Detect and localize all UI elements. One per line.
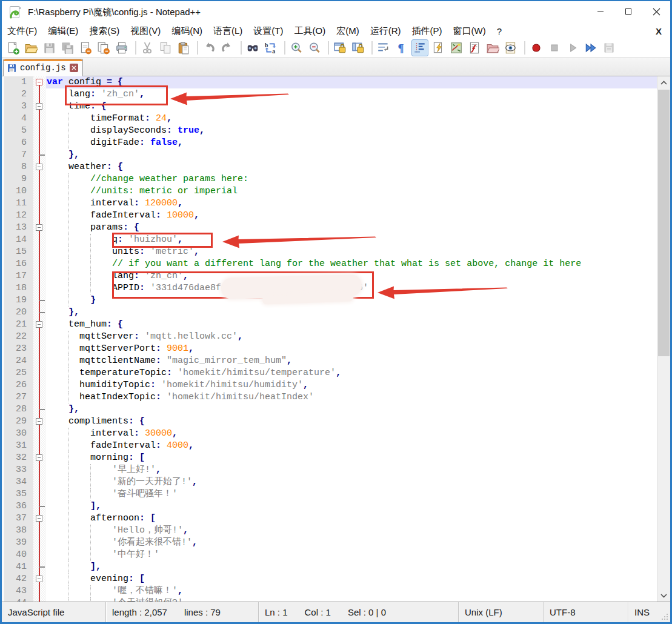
fold-collapse-box[interactable] (36, 103, 42, 110)
code-line-7: 7 }, (2, 149, 670, 161)
code-line-34: 34 '新的一天开始了!', (2, 476, 670, 488)
fold-marker-cell[interactable] (33, 573, 46, 585)
macro-play-button[interactable] (565, 40, 581, 56)
resize-grip[interactable] (660, 612, 669, 621)
scroll-up-arrow[interactable] (657, 76, 670, 88)
fold-marker-cell (33, 210, 46, 222)
show-all-chars-button[interactable]: ¶ (394, 40, 410, 56)
fold-marker-cell (33, 113, 46, 125)
fold-marker-cell[interactable] (33, 101, 46, 113)
menu-item-8[interactable]: 宏(M) (331, 24, 365, 39)
zoom-in-button[interactable] (288, 40, 304, 56)
vertical-scrollbar[interactable] (657, 76, 670, 602)
fold-collapse-box[interactable] (36, 418, 42, 425)
scrollbar-thumb[interactable] (658, 90, 670, 356)
fold-marker-cell[interactable] (33, 222, 46, 234)
monitoring-icon (504, 41, 517, 55)
cut-button[interactable] (139, 40, 155, 56)
minimize-button[interactable] (587, 1, 614, 22)
line-number: 7 (2, 149, 33, 161)
document-map-button[interactable] (448, 40, 464, 56)
menu-item-7[interactable]: 工具(O) (288, 24, 331, 39)
fold-collapse-box[interactable] (36, 576, 42, 582)
tab-config-js[interactable]: config.js (3, 59, 83, 76)
menubar-close-document-button[interactable]: X (652, 25, 665, 38)
scroll-down-arrow[interactable] (657, 589, 670, 602)
line-number: 18 (2, 282, 33, 294)
function-list-button[interactable] (467, 40, 482, 56)
code-line-10: 10 //units: metric or imperial (2, 185, 670, 197)
fold-marker-cell (33, 500, 46, 513)
menu-item-10[interactable]: 插件(P) (406, 24, 447, 39)
fold-marker-cell (33, 197, 46, 210)
macro-stop-button[interactable] (547, 40, 562, 56)
fold-marker-cell[interactable] (33, 416, 46, 428)
indent-guide-button[interactable] (412, 40, 428, 56)
tab-close-button[interactable] (70, 64, 78, 72)
notepadpp-app-icon (8, 5, 22, 19)
toolbar-separator (371, 41, 373, 55)
maximize-button[interactable] (614, 1, 642, 22)
monitoring-button[interactable] (503, 40, 519, 56)
menu-item-3[interactable]: 视图(V) (125, 24, 166, 39)
fold-collapse-box[interactable] (36, 515, 42, 522)
menu-item-4[interactable]: 编码(N) (166, 24, 208, 39)
close-all-button[interactable] (96, 40, 111, 56)
macro-run-multiple-button[interactable] (583, 40, 599, 56)
new-file-button[interactable] (5, 40, 21, 56)
open-button[interactable] (23, 40, 39, 56)
menu-item-6[interactable]: 设置(T) (248, 24, 288, 39)
zoom-out-button[interactable] (307, 40, 322, 56)
find-button[interactable] (245, 40, 261, 56)
close-button[interactable] (78, 40, 93, 56)
paste-button[interactable] (176, 40, 191, 56)
fold-marker-cell[interactable] (33, 452, 46, 464)
svg-text:¶: ¶ (398, 42, 404, 55)
menu-item-0[interactable]: 文件(F) (2, 24, 42, 39)
udl-dialog-button[interactable] (430, 40, 446, 56)
editor-area[interactable]: 1var config = {2 lang: 'zh_cn',3 time: {… (2, 76, 670, 602)
menu-item-11[interactable]: 窗口(W) (447, 24, 491, 39)
replace-button[interactable]: ba (263, 40, 279, 56)
fold-marker-cell (33, 173, 46, 185)
fold-marker-cell[interactable] (33, 76, 46, 88)
fold-collapse-box[interactable] (36, 224, 42, 231)
fold-marker-cell (33, 549, 46, 561)
print-button[interactable] (114, 40, 130, 56)
sync-horizontal-button[interactable] (350, 40, 366, 56)
redo-button[interactable] (219, 40, 235, 56)
code-text: '中午好！' (46, 549, 670, 561)
fold-collapse-box[interactable] (36, 79, 42, 85)
status-eol-format[interactable]: Unix (LF) (459, 602, 544, 622)
macro-save-button[interactable] (601, 40, 617, 56)
code-text: fadeInterval: 4000, (46, 440, 670, 452)
macro-record-button[interactable] (528, 40, 544, 56)
menu-item-1[interactable]: 编辑(E) (42, 24, 84, 39)
save-button[interactable] (41, 40, 57, 56)
line-number: 2 (2, 88, 33, 101)
menu-item-5[interactable]: 语言(L) (208, 24, 248, 39)
fold-collapse-box[interactable] (36, 321, 42, 328)
status-encoding[interactable]: UTF-8 (544, 602, 628, 622)
word-wrap-button[interactable] (376, 40, 391, 56)
code-line-24: 24 mqttclientName: "magic_mirror_tem_hum… (2, 355, 670, 367)
title-bar[interactable]: F:\Raspberry Pi\魔镜\config.js - Notepad++ (2, 1, 670, 23)
fold-marker-cell[interactable] (33, 319, 46, 331)
fold-marker-cell[interactable] (33, 513, 46, 525)
menu-item-9[interactable]: 运行(R) (365, 24, 407, 39)
fold-collapse-box[interactable] (36, 454, 42, 461)
sync-vertical-button[interactable] (332, 40, 348, 56)
folder-workspace-button[interactable] (485, 40, 501, 56)
menu-item-12[interactable]: ? (491, 24, 507, 38)
fold-marker-cell[interactable] (33, 161, 46, 173)
line-number: 19 (2, 294, 33, 307)
close-button[interactable] (642, 1, 670, 22)
undo-button[interactable] (201, 40, 217, 56)
fold-collapse-box[interactable] (36, 164, 42, 170)
save-all-button[interactable] (59, 40, 75, 56)
menu-item-2[interactable]: 搜索(S) (84, 24, 125, 39)
line-number: 8 (2, 161, 33, 173)
code-text: digitFade: false, (46, 137, 670, 149)
copy-button[interactable] (158, 40, 173, 56)
fold-marker-cell (33, 307, 46, 319)
